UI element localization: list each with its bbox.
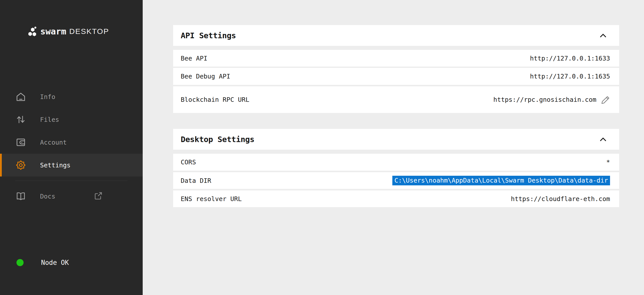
section-title: API Settings [181, 31, 236, 40]
logo-brand-text: swarm [40, 26, 66, 36]
setting-label: Data DIR [181, 177, 211, 184]
book-icon [16, 191, 26, 202]
setting-row-bee-api: Bee API http://127.0.0.1:1633 [173, 50, 619, 67]
setting-label: ENS resolver URL [181, 195, 242, 203]
sidebar-nav: Info Files [0, 85, 143, 208]
external-link-icon [94, 191, 102, 201]
setting-label: CORS [181, 159, 196, 166]
sidebar-item-info[interactable]: Info [0, 85, 143, 108]
collapse-button[interactable] [599, 136, 608, 143]
transfer-arrows-icon [16, 114, 26, 125]
sidebar-item-label: Info [40, 93, 55, 101]
setting-value[interactable]: http://127.0.0.1:1635 [530, 73, 610, 80]
node-status: Node OK [16, 259, 69, 266]
setting-value[interactable]: * [606, 159, 610, 166]
wallet-icon [16, 137, 26, 148]
logo: swarm DESKTOP [27, 26, 109, 37]
sidebar-item-account[interactable]: Account [0, 131, 143, 154]
sidebar-item-settings[interactable]: Settings [0, 154, 143, 176]
section-desktop-settings: Desktop Settings CORS * Data DIR C:\User… [173, 129, 619, 207]
swarm-logo-icon [27, 26, 37, 37]
sidebar-item-label: Account [40, 139, 67, 146]
setting-row-data-dir: Data DIR C:\Users\noahm\AppData\Local\Sw… [173, 172, 619, 189]
section-header: Desktop Settings [173, 129, 619, 150]
setting-value[interactable]: http://127.0.0.1:1633 [530, 55, 610, 62]
setting-row-bee-debug-api: Bee Debug API http://127.0.0.1:1635 [173, 68, 619, 85]
section-api-settings: API Settings Bee API http://127.0.0.1:16… [173, 25, 619, 113]
edit-button[interactable] [601, 95, 610, 104]
sidebar-item-label: Docs [40, 193, 55, 200]
sidebar: swarm DESKTOP Info [0, 0, 143, 295]
pencil-icon [601, 95, 610, 104]
home-icon [16, 91, 26, 102]
chevron-up-icon [600, 137, 606, 142]
setting-row-cors: CORS * [173, 154, 619, 171]
sidebar-item-label: Settings [40, 162, 70, 169]
setting-row-blockchain-rpc-url: Blockchain RPC URL https://rpc.gnosischa… [173, 86, 619, 113]
section-title: Desktop Settings [181, 135, 254, 144]
setting-label: Blockchain RPC URL [181, 96, 249, 103]
setting-label: Bee Debug API [181, 73, 230, 80]
logo-product-text: DESKTOP [69, 27, 109, 36]
sidebar-item-files[interactable]: Files [0, 108, 143, 131]
settings-page: API Settings Bee API http://127.0.0.1:16… [143, 0, 644, 295]
collapse-button[interactable] [599, 32, 608, 39]
node-status-dot [16, 259, 24, 266]
node-status-label: Node OK [41, 259, 69, 266]
swarm-desktop-app: swarm DESKTOP Info [0, 0, 644, 295]
setting-value: https://rpc.gnosischain.com [493, 95, 610, 104]
section-header: API Settings [173, 25, 619, 46]
sidebar-item-docs[interactable]: Docs [0, 185, 143, 208]
selected-text[interactable]: C:\Users\noahm\AppData\Local\Swarm Deskt… [392, 176, 610, 185]
setting-label: Bee API [181, 55, 207, 62]
setting-value-text[interactable]: https://rpc.gnosischain.com [493, 96, 596, 103]
setting-value[interactable]: https://cloudflare-eth.com [511, 195, 610, 203]
setting-row-ens-resolver-url: ENS resolver URL https://cloudflare-eth.… [173, 190, 619, 207]
chevron-up-icon [600, 33, 606, 38]
gear-icon [16, 160, 26, 170]
setting-value: C:\Users\noahm\AppData\Local\Swarm Deskt… [392, 176, 610, 185]
sidebar-divider [15, 181, 127, 181]
sidebar-item-label: Files [40, 116, 59, 123]
